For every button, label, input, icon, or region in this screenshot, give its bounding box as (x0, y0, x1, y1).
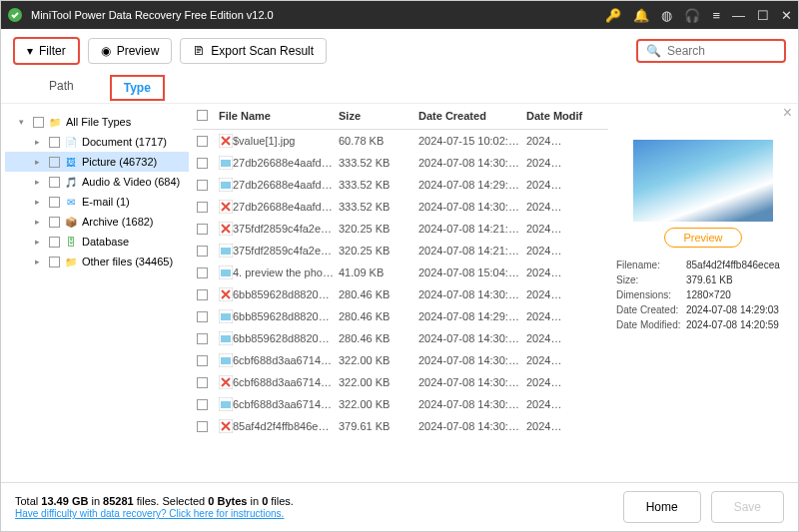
tab-path[interactable]: Path (37, 75, 86, 101)
file-type-icon (219, 156, 233, 170)
file-type-icon (219, 222, 233, 236)
tree-checkbox[interactable] (49, 217, 60, 228)
filter-button[interactable]: ▾ Filter (13, 37, 80, 65)
title-bar: MiniTool Power Data Recovery Free Editio… (1, 1, 798, 29)
file-checkbox[interactable] (197, 355, 208, 366)
file-checkbox[interactable] (197, 136, 208, 147)
col-filename[interactable]: File Name (219, 110, 339, 123)
preview-close-icon[interactable]: × (783, 104, 792, 122)
minimize-icon[interactable]: — (732, 8, 745, 23)
export-button[interactable]: 🖹 Export Scan Result (180, 38, 327, 64)
close-icon[interactable]: ✕ (781, 8, 792, 23)
file-created: 2024-07-08 14:30:… (418, 354, 526, 366)
db-icon: 🗄 (64, 235, 78, 249)
mail-icon: ✉ (64, 195, 78, 209)
export-label: Export Scan Result (211, 44, 314, 58)
file-modified: 2024… (526, 179, 576, 191)
search-icon: 🔍 (646, 44, 661, 58)
file-checkbox[interactable] (197, 267, 208, 278)
file-modified: 2024… (526, 310, 576, 322)
file-size: 322.00 KB (339, 376, 418, 388)
tree-checkbox[interactable] (49, 157, 60, 168)
file-row[interactable]: 375fdf2859c4fa2e…320.25 KB2024-07-08 14:… (193, 218, 608, 240)
filter-icon: ▾ (27, 44, 33, 58)
preview-open-button[interactable]: Preview (664, 228, 741, 248)
sidebar-item-1[interactable]: ▸📄Document (1717) (5, 132, 189, 152)
save-button[interactable]: Save (711, 491, 784, 523)
search-box[interactable]: 🔍 (636, 39, 786, 63)
sidebar-item-7[interactable]: ▸📁Other files (34465) (5, 252, 189, 271)
file-row[interactable]: 27db26688e4aafd…333.52 KB2024-07-08 14:3… (193, 152, 608, 174)
bell-icon[interactable]: 🔔 (633, 8, 649, 23)
file-row[interactable]: 27db26688e4aafd…333.52 KB2024-07-08 14:2… (193, 174, 608, 196)
file-checkbox[interactable] (197, 333, 208, 344)
file-row[interactable]: 6bb859628d8820…280.46 KB2024-07-08 14:30… (193, 283, 608, 305)
export-icon: 🖹 (193, 44, 205, 58)
sidebar-item-3[interactable]: ▸🎵Audio & Video (684) (5, 172, 189, 192)
tree-checkbox[interactable] (33, 117, 44, 128)
av-icon: 🎵 (64, 175, 78, 189)
preview-label: Preview (117, 44, 160, 58)
file-checkbox[interactable] (197, 289, 208, 300)
file-checkbox[interactable] (197, 421, 208, 432)
file-name: 6bb859628d8820… (233, 310, 339, 322)
tree-checkbox[interactable] (49, 177, 60, 188)
search-input[interactable] (667, 44, 776, 58)
file-checkbox[interactable] (197, 246, 208, 257)
file-checkbox[interactable] (197, 311, 208, 322)
file-checkbox[interactable] (197, 180, 208, 191)
menu-icon[interactable]: ≡ (712, 8, 720, 23)
sidebar-item-6[interactable]: ▸🗄Database (5, 232, 189, 252)
tree-checkbox[interactable] (49, 137, 60, 148)
file-checkbox[interactable] (197, 202, 208, 213)
col-size[interactable]: Size (339, 110, 418, 123)
file-row[interactable]: 6cbf688d3aa6714…322.00 KB2024-07-08 14:3… (193, 371, 608, 393)
col-created[interactable]: Date Created (418, 110, 526, 123)
globe-icon[interactable]: ◍ (661, 8, 672, 23)
help-link[interactable]: Have difficulty with data recovery? Clic… (15, 508, 284, 519)
preview-button[interactable]: ◉ Preview (88, 38, 173, 64)
key-icon[interactable]: 🔑 (605, 8, 621, 23)
file-created: 2024-07-08 14:30:… (418, 376, 526, 388)
file-row[interactable]: 85af4d2f4ffb846e…379.61 KB2024-07-08 14:… (193, 415, 608, 437)
file-checkbox[interactable] (197, 377, 208, 388)
file-checkbox[interactable] (197, 158, 208, 169)
headset-icon[interactable]: 🎧 (684, 8, 700, 23)
svg-rect-5 (221, 182, 231, 189)
file-row[interactable]: 4. preview the pho…41.09 KB2024-07-08 15… (193, 262, 608, 283)
file-modified: 2024… (526, 135, 576, 147)
tree-checkbox[interactable] (49, 197, 60, 208)
file-name: 27db26688e4aafd… (233, 201, 339, 213)
meta-filename-k: Filename: (616, 260, 686, 270)
tree-checkbox[interactable] (49, 237, 60, 248)
file-created: 2024-07-08 15:04:… (418, 266, 526, 278)
sidebar-item-2[interactable]: ▸🖼Picture (46732) (5, 152, 189, 172)
file-checkbox[interactable] (197, 399, 208, 410)
maximize-icon[interactable]: ☐ (757, 8, 769, 23)
file-created: 2024-07-08 14:30:… (418, 332, 526, 344)
file-row[interactable]: 375fdf2859c4fa2e…320.25 KB2024-07-08 14:… (193, 240, 608, 262)
sidebar-item-0[interactable]: ▾📁All File Types (5, 112, 189, 132)
file-row[interactable]: $value[1].jpg60.78 KB2024-07-15 10:02:…2… (193, 130, 608, 152)
meta-size-k: Size: (616, 274, 686, 285)
file-row[interactable]: 27db26688e4aafd…333.52 KB2024-07-08 14:3… (193, 196, 608, 218)
file-name: 6bb859628d8820… (233, 288, 339, 300)
sidebar-item-5[interactable]: ▸📦Archive (1682) (5, 212, 189, 232)
file-checkbox[interactable] (197, 224, 208, 235)
file-list-pane: File Name Size Date Created Date Modif $… (193, 104, 608, 482)
file-row[interactable]: 6bb859628d8820…280.46 KB2024-07-08 14:30… (193, 327, 608, 349)
home-button[interactable]: Home (623, 491, 701, 523)
file-row[interactable]: 6cbf688d3aa6714…322.00 KB2024-07-08 14:3… (193, 393, 608, 415)
file-created: 2024-07-08 14:21:… (418, 223, 526, 235)
file-size: 333.52 KB (339, 157, 418, 169)
file-row[interactable]: 6cbf688d3aa6714…322.00 KB2024-07-08 14:3… (193, 349, 608, 371)
select-all-checkbox[interactable] (197, 110, 208, 121)
tree-checkbox[interactable] (49, 257, 60, 267)
file-row[interactable]: 6bb859628d8820…280.46 KB2024-07-08 14:29… (193, 305, 608, 327)
file-modified: 2024… (526, 245, 576, 257)
chevron-icon: ▸ (35, 197, 45, 207)
col-modified[interactable]: Date Modif (526, 110, 586, 123)
sidebar-item-4[interactable]: ▸✉E-mail (1) (5, 192, 189, 212)
meta-modified-k: Date Modified: (616, 319, 686, 330)
tab-type[interactable]: Type (110, 75, 165, 101)
